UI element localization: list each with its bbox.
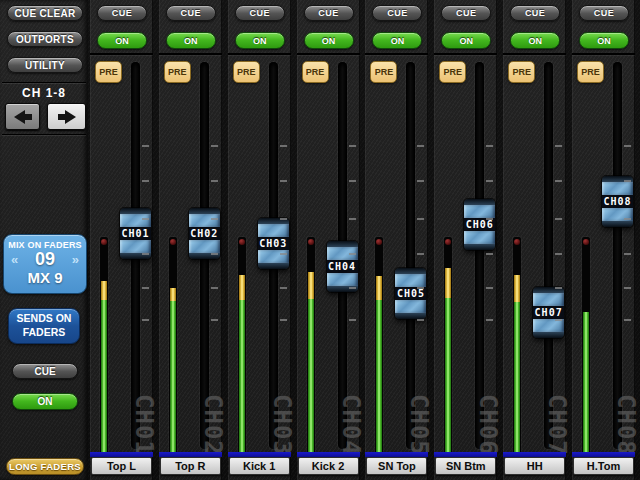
- meter-yellow-segment: [445, 268, 451, 298]
- channel-name[interactable]: Kick 2: [298, 457, 359, 475]
- sidebar-cue-button[interactable]: CUE: [12, 363, 78, 379]
- fader-cap-surface: [464, 231, 495, 244]
- channel-number-watermark: CH02: [201, 394, 225, 456]
- channel-name[interactable]: H.Tom: [573, 457, 634, 475]
- pre-badge[interactable]: PRE: [439, 61, 466, 83]
- fader-handle[interactable]: CH03: [258, 218, 289, 269]
- long-faders-button[interactable]: LONG FADERS: [6, 458, 84, 475]
- channel-on-button[interactable]: ON: [304, 32, 354, 49]
- fader-handle[interactable]: CH07: [533, 287, 564, 338]
- channel-on-button[interactable]: ON: [441, 32, 491, 49]
- meter-yellow-segment: [170, 288, 176, 301]
- channel-strip: CUE ON PRE CH01 CH01 Top L: [90, 0, 153, 480]
- divider: [2, 82, 86, 83]
- sidebar: CUE CLEAR OUTPORTS UTILITY CH 1-8 MIX ON…: [0, 0, 88, 480]
- channel-cue-button[interactable]: CUE: [510, 5, 560, 21]
- fader-scale-tick: [486, 145, 493, 147]
- mixer-fader-screen: CUE CLEAR OUTPORTS UTILITY CH 1-8 MIX ON…: [0, 0, 640, 480]
- channel-strip: CUE ON PRE CH07 CH07 HH: [503, 0, 566, 480]
- previous-mix-chevron-icon[interactable]: «: [11, 253, 18, 266]
- fader-cap-bottom: [258, 263, 289, 269]
- cue-clear-button[interactable]: CUE CLEAR: [7, 5, 83, 21]
- channel-number-watermark: CH08: [614, 394, 638, 456]
- channel-strip: CUE ON PRE CH08 CH08 H.Tom: [572, 0, 635, 480]
- next-mix-chevron-icon[interactable]: »: [72, 253, 79, 266]
- fader-handle[interactable]: CH01: [120, 208, 151, 259]
- peak-indicator: [445, 239, 451, 245]
- pre-badge[interactable]: PRE: [508, 61, 535, 83]
- fader-track[interactable]: [475, 62, 484, 449]
- bank-previous-button[interactable]: [5, 103, 40, 130]
- fader-handle[interactable]: CH04: [327, 241, 358, 292]
- fader-scale-tick: [555, 253, 562, 255]
- meter-green-segment: [445, 298, 451, 452]
- pre-badge[interactable]: PRE: [164, 61, 191, 83]
- pre-badge[interactable]: PRE: [233, 61, 260, 83]
- fader-scale-tick: [486, 319, 493, 321]
- fader-handle[interactable]: CH05: [395, 268, 426, 319]
- channel-on-button[interactable]: ON: [97, 32, 147, 49]
- channel-on-button[interactable]: ON: [372, 32, 422, 49]
- channel-name[interactable]: SN Btm: [435, 457, 496, 475]
- channel-cue-button[interactable]: CUE: [304, 5, 354, 21]
- sends-on-faders-button[interactable]: SENDS ON FADERS: [8, 308, 80, 344]
- channel-on-button[interactable]: ON: [235, 32, 285, 49]
- fader-scale-tick: [142, 287, 149, 289]
- channel-cue-button[interactable]: CUE: [235, 5, 285, 21]
- channel-number-watermark: CH07: [545, 394, 569, 456]
- fader-scale-tick: [349, 319, 356, 321]
- level-meter: [444, 237, 452, 454]
- pre-badge[interactable]: PRE: [370, 61, 397, 83]
- fader-track[interactable]: [613, 62, 622, 449]
- divider: [228, 53, 291, 55]
- meter-green-segment: [308, 299, 314, 452]
- fader-scale-tick: [417, 253, 424, 255]
- level-meter: [100, 237, 108, 454]
- mix-on-faders-display[interactable]: MIX ON FADERS « 09 » MX 9: [3, 234, 87, 294]
- channel-on-button[interactable]: ON: [510, 32, 560, 49]
- fader-scale-tick: [211, 145, 218, 147]
- fader-handle[interactable]: CH02: [189, 208, 220, 259]
- fader-cap-surface: [258, 224, 289, 237]
- meter-green-segment: [101, 300, 107, 452]
- channel-name[interactable]: Top L: [91, 457, 152, 475]
- channel-cue-button[interactable]: CUE: [97, 5, 147, 21]
- channel-name[interactable]: Top R: [160, 457, 221, 475]
- sidebar-on-button[interactable]: ON: [12, 393, 78, 410]
- channel-name[interactable]: SN Top: [366, 457, 427, 475]
- level-meter: [238, 237, 246, 454]
- fader-scale-tick: [624, 180, 631, 182]
- divider: [297, 53, 360, 55]
- channel-cue-button[interactable]: CUE: [166, 5, 216, 21]
- channel-on-button[interactable]: ON: [166, 32, 216, 49]
- pre-badge[interactable]: PRE: [302, 61, 329, 83]
- channel-cue-button[interactable]: CUE: [441, 5, 491, 21]
- pre-badge[interactable]: PRE: [577, 61, 604, 83]
- channel-name[interactable]: HH: [504, 457, 565, 475]
- meter-yellow-segment: [514, 275, 520, 302]
- fader-scale-tick: [349, 253, 356, 255]
- fader-track[interactable]: [406, 62, 415, 449]
- fader-scale-tick: [349, 218, 356, 220]
- peak-indicator: [376, 239, 382, 245]
- channel-cue-button[interactable]: CUE: [579, 5, 629, 21]
- utility-button[interactable]: UTILITY: [7, 57, 83, 73]
- channel-on-button[interactable]: ON: [579, 32, 629, 49]
- fader-scale-tick: [486, 180, 493, 182]
- outports-button[interactable]: OUTPORTS: [7, 31, 83, 47]
- bank-next-button[interactable]: [47, 103, 86, 130]
- fader-scale-tick: [280, 253, 287, 255]
- fader-handle[interactable]: CH06: [464, 199, 495, 250]
- channel-cue-button[interactable]: CUE: [372, 5, 422, 21]
- fader-scale-tick: [142, 319, 149, 321]
- fader-cap-surface: [395, 274, 426, 287]
- pre-badge[interactable]: PRE: [95, 61, 122, 83]
- fader-scale-tick: [280, 218, 287, 220]
- fader-scale-tick: [211, 253, 218, 255]
- fader-track[interactable]: [544, 62, 553, 449]
- fader-scale-tick: [417, 180, 424, 182]
- fader-cap-surface: [464, 205, 495, 218]
- channel-name[interactable]: Kick 1: [229, 457, 290, 475]
- meter-green-segment: [583, 312, 589, 452]
- fader-scale-tick: [624, 319, 631, 321]
